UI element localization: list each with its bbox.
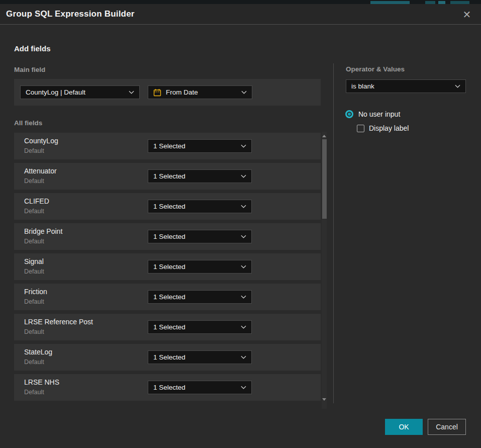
field-name: LRSE NHS [24, 378, 59, 386]
field-row: LRSE Reference Post Default 1 Selected [14, 314, 321, 340]
dropdown-value: is blank [351, 82, 452, 90]
all-fields-label: All fields [14, 119, 42, 127]
scrollbar-up-icon[interactable] [321, 133, 327, 138]
triangle-down-icon [322, 398, 326, 401]
field-subtitle: Default [24, 238, 44, 245]
field-name: StateLog [24, 348, 52, 356]
dialog-title: Group SQL Expression Builder [6, 9, 135, 19]
checkbox-unchecked-icon [357, 125, 364, 132]
field-subtitle: Default [24, 328, 44, 335]
field-subtitle: Default [24, 208, 44, 215]
scrollbar-down-icon[interactable] [321, 397, 327, 402]
chevron-down-icon [129, 91, 134, 94]
screen: Group SQL Expression Builder ✕ Add field… [0, 0, 481, 448]
dropdown-value: 1 Selected [153, 263, 238, 271]
field-subtitle: Default [24, 298, 44, 305]
dropdown-value: 1 Selected [153, 293, 238, 301]
field-selection-dropdown[interactable]: 1 Selected [148, 290, 252, 304]
field-name: Friction [24, 288, 47, 296]
dropdown-value: 1 Selected [153, 142, 238, 150]
field-row: CLIFED Default 1 Selected [14, 193, 321, 220]
add-fields-heading: Add fields [14, 44, 51, 53]
chevron-down-icon [241, 325, 246, 329]
checkbox-label: Display label [369, 124, 409, 132]
background-app-strip [0, 0, 481, 4]
field-row: Attenuator Default 1 Selected [14, 163, 321, 190]
field-selection-dropdown[interactable]: 1 Selected [148, 230, 252, 243]
field-row: Friction Default 1 Selected [14, 284, 321, 310]
dropdown-value: 1 Selected [153, 384, 238, 391]
chevron-down-icon [241, 386, 246, 389]
dropdown-value: From Date [166, 88, 238, 96]
field-name: Signal [24, 257, 44, 265]
field-selection-dropdown[interactable]: 1 Selected [148, 381, 252, 394]
field-row: Signal Default 1 Selected [14, 253, 321, 280]
chevron-down-icon [241, 205, 246, 208]
chevron-down-icon [241, 265, 246, 268]
date-field-dropdown[interactable]: From Date [148, 85, 252, 99]
all-fields-list: CountyLog Default 1 Selected Attenuator … [14, 133, 321, 404]
dropdown-value: 1 Selected [153, 233, 238, 240]
field-row: LRSE NHS Default 1 Selected [14, 374, 321, 401]
cancel-button[interactable]: Cancel [428, 419, 466, 435]
layer-dropdown[interactable]: CountyLog | Default [20, 85, 140, 99]
close-icon[interactable]: ✕ [461, 9, 473, 21]
field-name: Bridge Point [24, 227, 62, 235]
field-subtitle: Default [24, 147, 44, 154]
operator-values-heading: Operator & Values [346, 65, 405, 73]
dropdown-value: 1 Selected [153, 353, 238, 361]
no-user-input-radio[interactable]: No user input [345, 110, 400, 118]
field-selection-dropdown[interactable]: 1 Selected [148, 350, 252, 364]
chevron-down-icon [241, 355, 246, 359]
field-row: CountyLog Default 1 Selected [14, 133, 321, 159]
operator-dropdown[interactable]: is blank [346, 79, 466, 93]
chevron-down-icon [241, 174, 246, 178]
triangle-up-icon [322, 135, 326, 137]
dropdown-value: 1 Selected [153, 323, 238, 331]
radio-dot [348, 113, 351, 116]
field-selection-dropdown[interactable]: 1 Selected [148, 200, 252, 213]
field-name: CLIFED [24, 197, 49, 205]
dropdown-value: 1 Selected [153, 203, 238, 210]
radio-selected-icon [345, 110, 353, 118]
group-sql-expression-builder-dialog: Group SQL Expression Builder ✕ Add field… [0, 4, 481, 448]
ok-button[interactable]: OK [385, 419, 423, 435]
field-subtitle: Default [24, 359, 44, 366]
calendar-icon [153, 88, 161, 97]
chevron-down-icon [241, 295, 246, 299]
field-selection-dropdown[interactable]: 1 Selected [148, 169, 252, 183]
chevron-down-icon [241, 91, 247, 94]
dropdown-value: CountyLog | Default [26, 88, 126, 96]
field-selection-dropdown[interactable]: 1 Selected [148, 260, 252, 274]
field-subtitle: Default [24, 389, 44, 396]
radio-label: No user input [358, 110, 400, 118]
scrollbar-thumb[interactable] [322, 139, 327, 219]
dropdown-value: 1 Selected [153, 172, 238, 180]
main-field-label: Main field [14, 66, 45, 73]
field-selection-dropdown[interactable]: 1 Selected [148, 139, 252, 153]
field-name: Attenuator [24, 167, 57, 175]
field-row: Bridge Point Default 1 Selected [14, 223, 321, 250]
chevron-down-icon [241, 144, 246, 148]
dialog-titlebar: Group SQL Expression Builder ✕ [0, 4, 481, 25]
main-field-container: CountyLog | Default From Date [14, 79, 321, 106]
field-row: StateLog Default 1 Selected [14, 344, 321, 371]
field-subtitle: Default [24, 268, 44, 275]
field-name: LRSE Reference Post [24, 318, 93, 326]
chevron-down-icon [241, 235, 246, 238]
display-label-checkbox[interactable]: Display label [357, 124, 409, 132]
chevron-down-icon [455, 84, 460, 88]
panel-divider [333, 63, 334, 403]
field-selection-dropdown[interactable]: 1 Selected [148, 320, 252, 334]
field-subtitle: Default [24, 177, 44, 185]
field-name: CountyLog [24, 137, 58, 145]
